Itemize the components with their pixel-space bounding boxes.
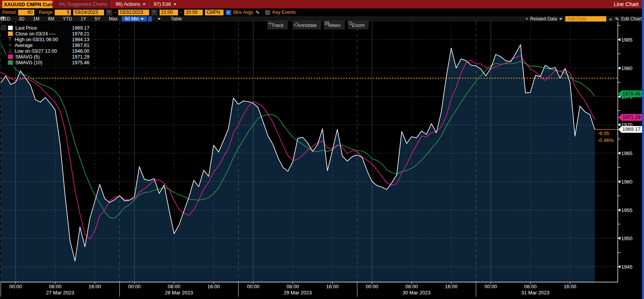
edit-menu[interactable]: 97) Edit xyxy=(150,0,180,8)
table-button[interactable]: Table xyxy=(166,16,186,22)
legend-label: SMAVG (5) xyxy=(15,54,40,60)
range-tab-6m[interactable]: 6M xyxy=(44,16,59,22)
legend-value: 1971.29 xyxy=(72,54,89,60)
legend-row[interactable]: Last Price1969.17 xyxy=(8,25,89,31)
news-button[interactable]: News xyxy=(324,21,345,29)
smavg10-line xyxy=(1,43,595,218)
panel-right-border xyxy=(642,0,644,299)
range-tab-max[interactable]: Max xyxy=(104,16,122,22)
legend-row[interactable]: SMAVG (5)1971.29 xyxy=(8,54,89,60)
legend-value: 1969.17 xyxy=(72,25,89,31)
title-bar: XAUUSD CMPN Curncy 94) Suggested Charts … xyxy=(0,0,644,8)
key-events-checkbox[interactable] xyxy=(265,10,270,15)
mov-avgs-checkbox[interactable]: ✓ xyxy=(226,10,231,15)
range-tab-1m[interactable]: 1M xyxy=(29,16,44,22)
y-axis-label: 1965 xyxy=(621,150,632,156)
legend-value: 1975.46 xyxy=(72,60,89,65)
x-axis-time-label: 08:00 xyxy=(287,284,299,289)
y-axis-label: 1945 xyxy=(621,264,632,270)
x-axis-date-label: 28 Mar 2023 xyxy=(165,290,193,296)
legend-value: 1967.81 xyxy=(72,43,89,48)
time-to-input[interactable] xyxy=(184,10,203,15)
date-from-input[interactable] xyxy=(73,10,104,15)
calendar-icon[interactable] xyxy=(106,10,112,15)
related-data-label: Related Data xyxy=(530,16,557,22)
range-input[interactable] xyxy=(55,10,71,15)
price-badge: 1975.46 xyxy=(618,90,642,97)
chart-type-more-dropdown[interactable] xyxy=(156,16,163,22)
pencil-icon: ✎ xyxy=(615,16,619,22)
legend-label: Last Price xyxy=(15,25,37,31)
legend-row[interactable]: +Average1967.81 xyxy=(8,42,89,48)
y-axis-label: 1950 xyxy=(621,236,632,241)
y-tick-arrow-icon xyxy=(618,237,620,240)
x-axis-time-label: 16:00 xyxy=(445,284,458,289)
net-change-label: -9.05 xyxy=(598,130,609,136)
price-badge: 1969.17 xyxy=(618,126,642,133)
range-tab-1y[interactable]: 1Y xyxy=(76,16,91,22)
legend-swatch-icon xyxy=(8,25,13,30)
range-tab-3d[interactable]: 3D xyxy=(14,16,29,22)
x-axis-time-label: 08:00 xyxy=(524,284,537,289)
legend-marker-icon: ⊥ xyxy=(8,49,12,53)
x-axis-time-label: 16:00 xyxy=(207,284,220,289)
y-tick-arrow-icon xyxy=(618,209,620,212)
y-tick-arrow-icon xyxy=(618,123,620,126)
legend-row[interactable]: SMAVG (10)1975.46 xyxy=(8,60,89,65)
related-data-dropdown[interactable]: + Related Data xyxy=(525,16,562,22)
x-axis-date-label: 27 Mar 2023 xyxy=(46,290,74,296)
date-to-input[interactable] xyxy=(118,10,149,15)
price-area-fill xyxy=(1,45,595,282)
suggested-charts-button[interactable]: 94) Suggested Charts xyxy=(55,0,111,8)
legend-row[interactable]: THigh on 03/31 06:001984.13 xyxy=(8,37,89,42)
chevron-down-icon xyxy=(143,3,146,5)
x-axis-date-label: 29 Mar 2023 xyxy=(284,290,312,296)
range-tab-5y[interactable]: 5Y xyxy=(91,16,105,22)
x-axis-time-label: 00:00 xyxy=(9,284,22,289)
legend-expander[interactable]: − xyxy=(2,25,6,30)
annotate-button[interactable]: Annotate xyxy=(293,21,321,29)
bloomberg-chart-window: XAUUSD CMPN Curncy 94) Suggested Charts … xyxy=(0,0,644,299)
actions-label: 96) Actions xyxy=(115,0,140,8)
y-axis-label: 1980 xyxy=(621,65,632,71)
price-chart[interactable] xyxy=(0,0,644,299)
chart-type-label: Line Chart xyxy=(614,0,639,8)
range-tab-ytd[interactable]: YTD xyxy=(59,16,76,22)
range-tab-1d[interactable]: 1D xyxy=(0,16,14,22)
chevron-down-icon xyxy=(173,3,177,5)
source-input[interactable] xyxy=(205,10,224,15)
bar-chart-type-button[interactable] xyxy=(152,16,156,22)
zoom-label: Zoom xyxy=(352,22,365,28)
time-from-input[interactable] xyxy=(160,10,178,15)
field-toolbar: Period Range - - ✓ Mov Avgs ✎ Key Events xyxy=(0,8,644,16)
legend-marker-icon: T xyxy=(8,37,12,42)
add-data-input[interactable] xyxy=(565,16,606,22)
y-tick-arrow-icon xyxy=(618,180,620,183)
actions-menu[interactable]: 96) Actions xyxy=(111,0,149,8)
chevron-down-icon xyxy=(559,18,562,20)
line-chart-type-button[interactable] xyxy=(148,16,152,22)
pencil-icon[interactable]: ✎ xyxy=(256,10,260,15)
legend-row[interactable]: Close on 03/24 ----1978.21 xyxy=(8,31,89,37)
y-tick-arrow-icon xyxy=(618,265,620,268)
legend-value: 1984.13 xyxy=(72,37,89,42)
y-axis-label: 1960 xyxy=(621,179,632,184)
track-label: Track xyxy=(271,22,284,28)
x-axis-time-label: 16:00 xyxy=(564,284,577,289)
x-axis-time-label: 08:00 xyxy=(49,284,62,289)
legend-swatch-icon xyxy=(8,31,13,36)
edit-chart-button[interactable]: ✎ Edit Chart xyxy=(615,16,642,22)
interval-dropdown[interactable]: 60 Min xyxy=(122,16,147,22)
y-axis-label: 1955 xyxy=(621,207,632,213)
x-axis-time-label: 00:00 xyxy=(366,284,378,289)
collapse-panel-button[interactable]: « xyxy=(609,16,612,22)
x-axis-date-label: 31 Mar 2023 xyxy=(521,290,550,296)
price-badge: 1971.29 xyxy=(618,114,642,121)
period-input[interactable] xyxy=(18,10,34,15)
legend-row[interactable]: ⊥Low on 03/27 12:001946.00 xyxy=(8,48,89,54)
track-button[interactable]: Track xyxy=(267,21,288,29)
legend-value: 1946.00 xyxy=(72,48,89,54)
ticker-field[interactable]: XAUUSD CMPN Curncy xyxy=(2,1,52,8)
zoom-button[interactable]: Zoom xyxy=(348,21,368,29)
calendar-icon[interactable] xyxy=(151,10,157,15)
